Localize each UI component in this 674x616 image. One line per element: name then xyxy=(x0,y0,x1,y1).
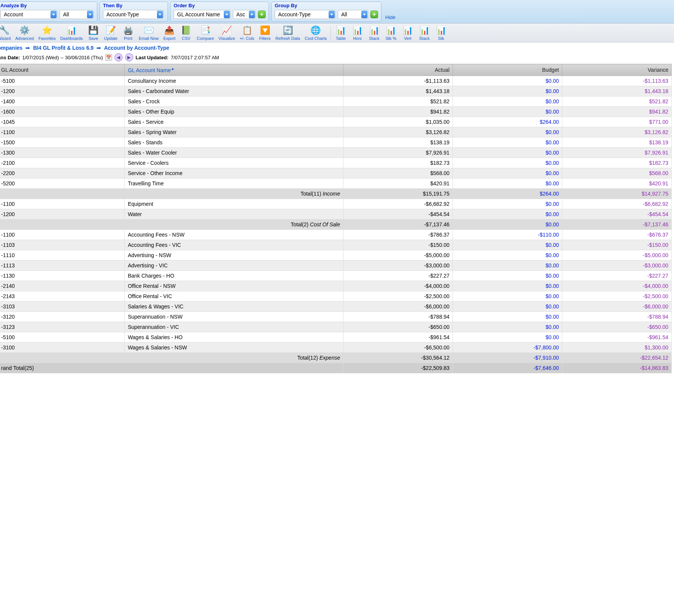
table-row[interactable]: -1045Sales - Service$1,035.00$264.00$771… xyxy=(0,117,672,127)
toolbar-table-button[interactable]: 📊Table xyxy=(332,24,349,41)
breadcrumb-item[interactable]: ompanies xyxy=(0,45,22,51)
bars-icon: 📊 xyxy=(436,25,446,36)
trans-date-value: 1/07/2015 (Wed) -- 30/06/2016 (Thu) xyxy=(22,55,103,60)
toolbar-label: Refresh Data xyxy=(275,36,300,41)
cell-budget: $0.00 xyxy=(453,76,562,86)
print-icon: 🖨️ xyxy=(123,25,133,36)
table-row[interactable]: -5100Consultancy Income-$1,113.63$0.00-$… xyxy=(0,76,672,86)
toolbar-compare-button[interactable]: 📑Compare xyxy=(195,24,216,41)
toolbar-export-button[interactable]: 📤Export xyxy=(161,24,178,41)
cell-budget: $0.00 xyxy=(453,250,562,260)
cell-code: -1100 xyxy=(0,199,125,209)
table-row[interactable]: -3103Salaries & Wages - VIC-$6,000.00$0.… xyxy=(0,301,672,311)
toolbar-dashboards-button[interactable]: 📊Dashboards xyxy=(58,24,85,41)
col-variance[interactable]: Variance xyxy=(562,64,672,76)
cell-variance: $568.00 xyxy=(562,168,672,178)
table-row[interactable]: -5100Wages & Salaries - HO-$961.54$0.00-… xyxy=(0,332,672,342)
toolbar-wizard-button[interactable]: 🔧Wizard xyxy=(0,24,13,41)
table-row[interactable]: -1100Sales - Spring Water$3,126.82$0.00$… xyxy=(0,127,672,137)
table-row[interactable]: -2100Service - Coolers$182.73$0.00$182.7… xyxy=(0,158,672,168)
cell-actual: $182.73 xyxy=(343,158,453,168)
subtotal-label: Total(12) Expense xyxy=(0,352,343,363)
toolbar-vert-button[interactable]: 📊Vert xyxy=(399,24,416,41)
calendar-icon[interactable]: 📅 xyxy=(105,54,112,61)
col-budget[interactable]: Budget xyxy=(453,64,562,76)
breadcrumb-item[interactable]: Account by Account-Type xyxy=(104,45,169,51)
group-by-add-button[interactable]: + xyxy=(370,11,378,18)
cell-budget: $0.00 xyxy=(453,291,562,301)
toolbar-visualize-button[interactable]: 📈Visualize xyxy=(216,24,237,41)
meta-bar: ans Date: 1/07/2015 (Wed) -- 30/06/2016 … xyxy=(0,52,674,64)
cell-budget: $0.00 xyxy=(453,260,562,270)
subtotal-actual: -$30,564.12 xyxy=(343,352,453,363)
toolbar-stk--button[interactable]: 📊Stk % xyxy=(383,24,399,41)
order-by-add-button[interactable]: + xyxy=(258,11,266,18)
table-row[interactable]: -1130Bank Charges - HO-$227.27$0.00-$227… xyxy=(0,270,672,281)
group-by-scope-select[interactable]: All xyxy=(338,10,368,19)
table-row[interactable]: -3123Superannuation - VIC-$650.00$0.00-$… xyxy=(0,322,672,332)
breadcrumb-item[interactable]: BI4 GL Profit & Loss 6.9 xyxy=(33,45,93,51)
toolbar-advanced-button[interactable]: ⚙️Advanced xyxy=(13,24,36,41)
table-row[interactable]: -1100Accounting Fees - NSW-$786.37-$110.… xyxy=(0,229,672,240)
toolbar-stk-button[interactable]: 📊Stk xyxy=(433,24,449,41)
grand-total-row: rand Total(25)-$22,509.83-$7,646.00-$14,… xyxy=(0,363,672,373)
table-row[interactable]: -2200Service - Other Income$568.00$0.00$… xyxy=(0,168,672,178)
prev-period-button[interactable]: ◀ xyxy=(114,53,123,62)
cell-code: -1200 xyxy=(0,209,125,219)
order-dir-select[interactable]: Asc xyxy=(233,10,256,19)
cell-name: Service - Coolers xyxy=(125,158,343,168)
cell-actual: -$6,000.00 xyxy=(343,301,453,311)
order-by-select[interactable]: GL Account Name xyxy=(174,10,231,19)
table-row[interactable]: -3120Superannuation - NSW-$788.94$0.00-$… xyxy=(0,311,672,322)
table-row[interactable]: -1113Advertising - VIC-$3,000.00$0.00-$3… xyxy=(0,260,672,270)
analyze-by-scope-select[interactable]: All xyxy=(60,10,94,19)
cell-budget: $0.00 xyxy=(453,178,562,188)
toolbar-update-button[interactable]: 📝Update xyxy=(102,24,120,41)
toolbar-refresh-data-button[interactable]: 🔄Refresh Data xyxy=(273,24,302,41)
table-row[interactable]: -3100Wages & Salaries - NSW-$6,500.00-$7… xyxy=(0,342,672,352)
toolbar-cool-charts-button[interactable]: 🌐Cool Charts xyxy=(302,24,329,41)
table-row[interactable]: -2140Office Rental - NSW-$4,000.00$0.00-… xyxy=(0,281,672,291)
cell-code: -3120 xyxy=(0,311,125,322)
table-row[interactable]: -1103Accounting Fees - VIC-$150.00$0.00-… xyxy=(0,240,672,250)
toolbar-save-button[interactable]: 💾Save xyxy=(85,24,102,41)
table-row[interactable]: -1600Sales - Other Equip$941.82$0.00$941… xyxy=(0,106,672,117)
toolbar-stack-button[interactable]: 📊Stack xyxy=(366,24,383,41)
cell-budget: $264.00 xyxy=(453,117,562,127)
toolbar-email-now-button[interactable]: ✉️Email Now xyxy=(136,24,161,41)
next-period-button[interactable]: ▶ xyxy=(125,53,133,62)
col-gl-account[interactable]: GL Account xyxy=(0,64,125,76)
table-row[interactable]: -1400Sales - Crock$521.82$0.00$521.82 xyxy=(0,96,672,106)
cell-variance: $3,126.82 xyxy=(562,127,672,137)
table-row[interactable]: -1200Sales - Carbonated Water$1,443.18$0… xyxy=(0,86,672,96)
toolbar--cols-button[interactable]: 📋+/- Cols xyxy=(237,24,256,41)
toolbar-label: Stk % xyxy=(386,36,397,41)
toolbar-stack-button[interactable]: 📊Stack xyxy=(416,24,433,41)
cell-variance: -$6,000.00 xyxy=(562,301,672,311)
col-actual[interactable]: Actual xyxy=(343,64,453,76)
toolbar-horz-button[interactable]: 📊Horz xyxy=(349,24,366,41)
cell-code: -1500 xyxy=(0,137,125,147)
toolbar-csv-button[interactable]: 📗CSV xyxy=(178,24,195,41)
analyze-by-select[interactable]: Account xyxy=(0,10,57,19)
col-gl-account-name[interactable]: GL Account Name▲ xyxy=(125,64,343,76)
table-row[interactable]: -1200Water-$454.54$0.00-$454.54 xyxy=(0,209,672,219)
table-row[interactable]: -1500Sales - Stands$138.19$0.00$138.19 xyxy=(0,137,672,147)
cell-actual: $3,126.82 xyxy=(343,127,453,137)
toolbar-filters-button[interactable]: 🔽Filters xyxy=(256,24,273,41)
cell-name: Bank Charges - HO xyxy=(125,270,343,281)
toolbar-label: Favorites xyxy=(38,36,55,41)
toolbar-print-button[interactable]: 🖨️Print xyxy=(120,24,136,41)
table-row[interactable]: -2143Office Rental - VIC-$2,500.00$0.00-… xyxy=(0,291,672,301)
cell-code: -5100 xyxy=(0,332,125,342)
breadcrumb-arrow-icon: ➟ xyxy=(97,45,101,51)
table-row[interactable]: -1100Equipment-$6,682.92$0.00-$6,682.92 xyxy=(0,199,672,209)
toolbar-favorites-button[interactable]: ⭐Favorites xyxy=(36,24,58,41)
table-row[interactable]: -1110Advertising - NSW-$5,000.00$0.00-$5… xyxy=(0,250,672,260)
table-row[interactable]: -1300Sales - Water Cooler$7,926.91$0.00$… xyxy=(0,147,672,158)
group-by-select[interactable]: Account-Type xyxy=(275,10,335,19)
grand-total-budget: -$7,646.00 xyxy=(453,363,562,373)
then-by-select[interactable]: Account-Type xyxy=(103,10,164,19)
hide-filters-link[interactable]: Hide xyxy=(384,14,398,22)
table-row[interactable]: -5200Travelling Time$420.91$0.00$420.91 xyxy=(0,178,672,188)
